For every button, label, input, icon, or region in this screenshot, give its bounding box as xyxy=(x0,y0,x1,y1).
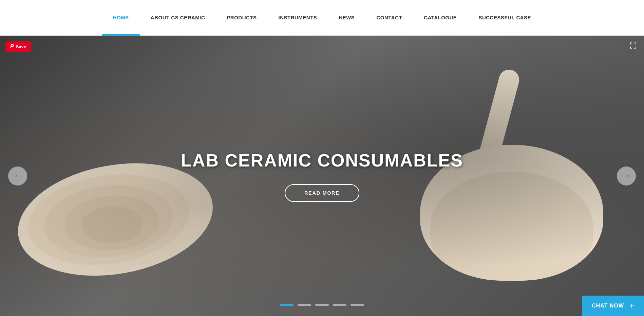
nav-label-news: NEWS xyxy=(339,15,355,20)
chat-plus-icon: + xyxy=(629,301,634,311)
hero-title: LAB CERAMIC CONSUMABLES xyxy=(181,150,463,171)
read-more-button[interactable]: READ MORE xyxy=(285,184,359,202)
nav-item-successful-case[interactable]: SUCCESSFUL CASE xyxy=(468,0,542,36)
left-arrow-icon: ← xyxy=(14,172,21,180)
chat-now-button[interactable]: CHAT NOW + xyxy=(582,296,644,316)
nav-label-instruments: INSTRUMENTS xyxy=(279,15,317,20)
nav-items: HOME ABOUT CS CERAMIC PRODUCTS INSTRUMEN… xyxy=(102,0,542,36)
nav-label-home: HOME xyxy=(113,15,129,20)
slide-dot-4[interactable] xyxy=(333,304,346,306)
nav-item-news[interactable]: NEWS xyxy=(328,0,365,36)
nav-label-products: PRODUCTS xyxy=(227,15,257,20)
slide-dot-2[interactable] xyxy=(298,304,311,306)
prev-slide-button[interactable]: ← xyxy=(8,166,27,186)
right-arrow-icon: → xyxy=(623,172,630,180)
next-slide-button[interactable]: → xyxy=(617,166,636,186)
chat-now-label: CHAT NOW xyxy=(592,303,624,309)
nav-label-about: ABOUT CS CERAMIC xyxy=(151,15,205,20)
nav-item-instruments[interactable]: INSTRUMENTS xyxy=(268,0,328,36)
pinterest-save-button[interactable]: P Save xyxy=(5,41,31,52)
nav-item-about[interactable]: ABOUT CS CERAMIC xyxy=(140,0,216,36)
pinterest-icon: P xyxy=(10,43,14,50)
nav-item-products[interactable]: PRODUCTS xyxy=(216,0,267,36)
navigation: HOME ABOUT CS CERAMIC PRODUCTS INSTRUMEN… xyxy=(0,0,644,36)
nav-label-catalogue: CATALOGUE xyxy=(424,15,457,20)
nav-label-successful-case: SUCCESSFUL CASE xyxy=(478,15,531,20)
nav-bar: HOME ABOUT CS CERAMIC PRODUCTS INSTRUMEN… xyxy=(0,0,644,36)
pinterest-label: Save xyxy=(16,44,26,49)
hero-content: LAB CERAMIC CONSUMABLES READ MORE xyxy=(181,150,463,202)
nav-label-contact: CONTACT xyxy=(376,15,402,20)
slide-dots xyxy=(280,304,364,306)
slide-dot-1[interactable] xyxy=(280,304,293,306)
fullscreen-icon[interactable] xyxy=(629,41,637,52)
nav-item-home[interactable]: HOME xyxy=(102,0,140,36)
nav-item-catalogue[interactable]: CATALOGUE xyxy=(413,0,468,36)
slide-dot-5[interactable] xyxy=(351,304,364,306)
slide-dot-3[interactable] xyxy=(315,304,329,306)
hero-section: P Save LAB CERAMIC CONSUMABLES READ MORE… xyxy=(0,36,644,316)
nav-item-contact[interactable]: CONTACT xyxy=(365,0,413,36)
